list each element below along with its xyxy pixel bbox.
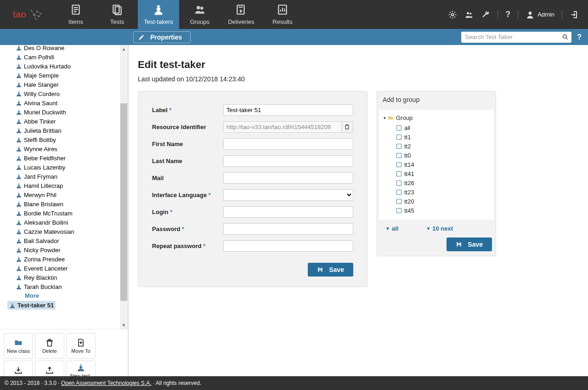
group-root[interactable]: ▾ Group [384, 114, 490, 121]
nav-deliveries[interactable]: Deliveries [220, 0, 262, 29]
tree-item[interactable]: Muriel Duckwith [16, 107, 128, 117]
scrollbar[interactable]: ▲ ▼ [120, 45, 128, 329]
group-item[interactable]: tt14 [396, 160, 490, 169]
save-button[interactable]: Save [308, 263, 353, 277]
last-name-input[interactable] [223, 155, 353, 167]
nav-results[interactable]: Results [262, 0, 303, 29]
deliveries-icon [235, 4, 247, 16]
language-label: Interface Language * [152, 192, 223, 198]
tree-item[interactable]: Cam Polhill [16, 52, 128, 62]
group-item[interactable]: tt2 [396, 141, 490, 151]
group-item[interactable]: tt0 [396, 151, 490, 160]
logout-icon[interactable] [570, 10, 579, 19]
tree-item[interactable]: Rey Blacktin [16, 273, 128, 282]
group-item[interactable]: tt41 [396, 169, 490, 178]
tree-item-label: Blane Brislawn [24, 201, 63, 208]
login-input[interactable] [223, 206, 353, 218]
tree-item[interactable]: Aleksandr Bollini [16, 218, 128, 227]
last-updated: Last updated on 10/12/2018 14:23:40 [138, 75, 574, 83]
tree-item[interactable]: Nicky Powder [16, 245, 128, 254]
tree-item[interactable]: Ludovika Hurtado [16, 62, 128, 71]
tree-item-label: Maje Semple [24, 72, 59, 79]
tree-item[interactable]: Lucais Lazenby [16, 163, 128, 172]
tree-item[interactable]: Maje Semple [16, 71, 128, 80]
tree-item-selected[interactable]: Test-taker 51 [7, 301, 56, 310]
search-icon[interactable] [562, 34, 569, 40]
tree-item[interactable]: Merwyn Phil [16, 190, 128, 199]
checkbox[interactable] [396, 181, 401, 186]
footer-org-link[interactable]: Open Assessment Technologies S.A. [61, 380, 152, 386]
checkbox[interactable] [396, 144, 401, 149]
test-taker-icon [16, 274, 22, 281]
checkbox[interactable] [396, 135, 401, 140]
tools-icon[interactable] [481, 10, 490, 19]
tree-item[interactable]: Des O Rowane [16, 45, 128, 52]
first-name-input[interactable] [223, 138, 353, 150]
nav-test-takers[interactable]: Test-takers [138, 0, 179, 29]
delete-button[interactable]: Delete [35, 333, 64, 359]
tree-scroll[interactable]: Des O RowaneCam PolhillLudovika HurtadoM… [0, 45, 128, 329]
nav-tests[interactable]: Tests [96, 0, 138, 29]
tree-item[interactable]: Bebe Feldfisher [16, 153, 128, 163]
pencil-icon [138, 34, 145, 40]
tree-item-label: Bebe Feldfisher [24, 155, 66, 162]
checkbox[interactable] [396, 199, 401, 204]
tree-item[interactable]: Julieta Brittian [16, 126, 128, 135]
main-area: Edit test-taker Last updated on 10/12/20… [129, 45, 588, 390]
group-save-button[interactable]: Save [447, 237, 492, 251]
checkbox[interactable] [396, 153, 401, 158]
language-select[interactable] [223, 189, 353, 201]
copy-uri-button[interactable] [342, 121, 353, 133]
group-item[interactable]: tt26 [396, 178, 490, 187]
resource-id-input [223, 121, 342, 133]
nav-items[interactable]: Items [55, 0, 96, 29]
group-item-label: tt0 [404, 152, 411, 159]
tree-item[interactable]: Alvina Saunt [16, 98, 128, 107]
new-class-button[interactable]: New class [4, 333, 33, 359]
tree-item[interactable]: Willy Cordero [16, 89, 128, 98]
checkbox[interactable] [396, 208, 401, 213]
help-icon[interactable]: ? [505, 10, 510, 19]
tree-item[interactable]: Zorina Presdee [16, 254, 128, 264]
checkbox[interactable] [396, 125, 401, 130]
tree-item[interactable]: Jard Fryman [16, 172, 128, 181]
checkbox[interactable] [396, 171, 401, 176]
tree-item[interactable]: Tarah Bucklan [16, 282, 128, 291]
properties-button[interactable]: Properties [133, 31, 191, 43]
tree-item[interactable]: Abbe Tinker [16, 117, 128, 126]
logo[interactable]: tao [0, 0, 55, 29]
tree-item[interactable]: Hamil Lillecrap [16, 181, 128, 190]
tree-item[interactable]: Everett Lanceter [16, 264, 128, 273]
password-input[interactable] [223, 223, 353, 235]
users-icon[interactable] [464, 10, 474, 19]
admin-menu[interactable]: Admin [526, 10, 554, 19]
tree-item[interactable]: Cazzie Matevosian [16, 227, 128, 236]
test-taker-icon [16, 173, 22, 180]
tree-item[interactable]: Steffi Bottby [16, 135, 128, 144]
tree-item[interactable]: Bordie McTrustam [16, 209, 128, 218]
search-input[interactable] [461, 32, 571, 43]
repeat-password-input[interactable] [223, 240, 353, 252]
results-icon [277, 4, 288, 16]
label-input[interactable] [223, 104, 353, 116]
tree-item[interactable]: Bail Salvador [16, 236, 128, 245]
checkbox[interactable] [396, 190, 401, 195]
group-item-label: tt23 [404, 189, 414, 196]
settings-icon[interactable] [448, 10, 457, 19]
group-item[interactable]: tt45 [396, 206, 490, 215]
tree-item[interactable]: Wynne Aires [16, 144, 128, 153]
move-to-button[interactable]: Move To [66, 333, 96, 359]
tree-more[interactable]: More [16, 291, 128, 301]
tree-item[interactable]: Blane Brislawn [16, 199, 128, 209]
group-item[interactable]: tt23 [396, 187, 490, 197]
mail-input[interactable] [223, 172, 353, 184]
group-item[interactable]: all [396, 123, 490, 132]
nav-groups[interactable]: Groups [179, 0, 220, 29]
group-item[interactable]: tt1 [396, 132, 490, 141]
show-all-link[interactable]: ▼all [385, 225, 398, 232]
search-help-icon[interactable]: ? [577, 33, 582, 41]
tree-item[interactable]: Hale Stanger [16, 80, 128, 89]
next-page-link[interactable]: ▼10 next [426, 225, 453, 232]
group-item[interactable]: tt20 [396, 197, 490, 206]
checkbox[interactable] [396, 162, 401, 167]
